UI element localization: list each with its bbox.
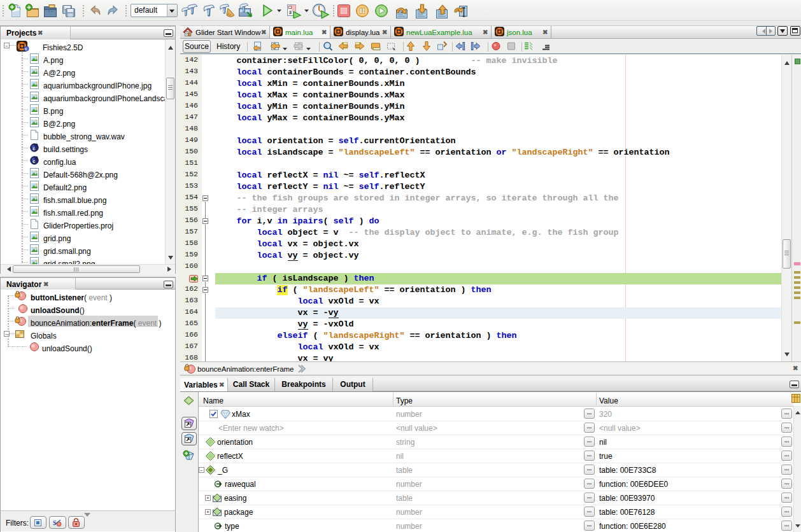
svg-text:3: 3 bbox=[289, 10, 292, 15]
svg-text:c: c bbox=[32, 158, 36, 164]
svg-text:c: c bbox=[25, 46, 27, 51]
svg-text:S: S bbox=[53, 519, 57, 526]
svg-text:c: c bbox=[32, 146, 36, 151]
